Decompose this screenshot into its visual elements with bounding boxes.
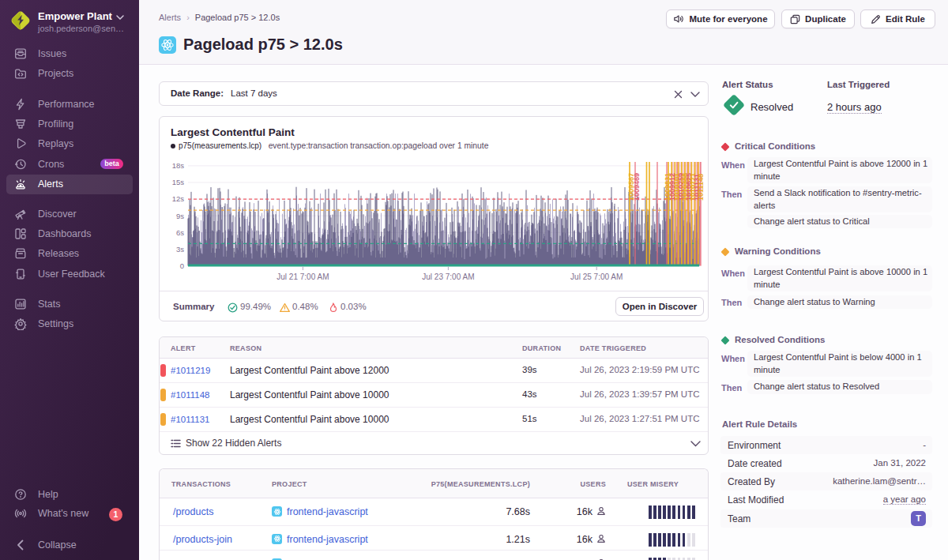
svg-text:1011148: 1011148 [697, 174, 705, 201]
svg-text:Jul 23 7:00 AM: Jul 23 7:00 AM [422, 272, 474, 281]
svg-text:0: 0 [180, 261, 184, 270]
svg-text:15s: 15s [172, 178, 185, 186]
svg-text:3s: 3s [176, 245, 184, 254]
svg-text:18s: 18s [172, 161, 185, 170]
svg-text:1009469: 1009469 [633, 173, 641, 201]
svg-text:9s: 9s [176, 212, 184, 220]
svg-text:12s: 12s [172, 194, 185, 203]
svg-text:6s: 6s [176, 228, 184, 237]
svg-text:Jul 25 7:00 AM: Jul 25 7:00 AM [570, 272, 623, 281]
svg-text:Jul 21 7:00 AM: Jul 21 7:00 AM [276, 272, 329, 281]
